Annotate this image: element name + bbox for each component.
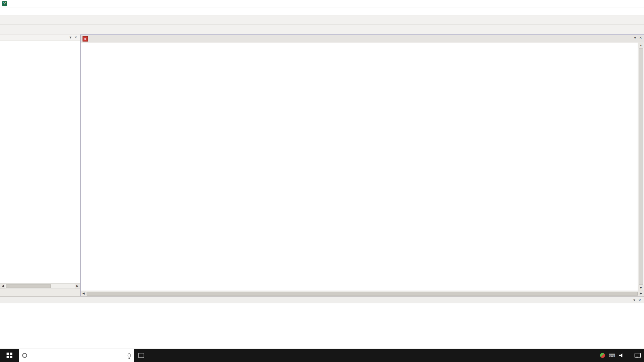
editor-tab-bar: x ▼ ✕	[81, 35, 644, 43]
close-icon[interactable]: ✕	[637, 298, 642, 302]
project-tree	[0, 41, 80, 283]
pin-icon[interactable]: ▼	[632, 298, 637, 302]
volume-icon[interactable]	[619, 353, 623, 357]
scroll-thumb[interactable]	[6, 284, 51, 288]
menu-bar	[0, 7, 644, 15]
build-output-panel: ▼ ✕	[0, 296, 644, 349]
scroll-down-icon[interactable]: ▼	[638, 285, 644, 291]
maximize-button[interactable]	[613, 0, 629, 7]
pin-icon[interactable]: ▼	[68, 36, 73, 40]
minimize-button[interactable]	[597, 0, 613, 7]
windows-logo-icon	[7, 353, 12, 358]
microphone-icon[interactable]	[128, 353, 131, 357]
search-icon	[22, 353, 27, 358]
toolbar-build	[0, 24, 644, 34]
tab-list-dropdown-icon[interactable]: ▼	[634, 36, 637, 40]
title-bar: V	[0, 0, 644, 7]
scroll-right-icon[interactable]: ▶	[75, 284, 80, 289]
close-icon[interactable]: ✕	[73, 36, 78, 40]
close-button[interactable]	[628, 0, 644, 7]
scroll-thumb[interactable]	[639, 48, 643, 285]
search-input[interactable]	[19, 349, 134, 362]
code-editor[interactable]: ▲ ▼	[81, 43, 644, 291]
task-view-button[interactable]	[134, 349, 149, 362]
scroll-thumb[interactable]	[87, 292, 638, 295]
task-view-icon	[139, 353, 144, 358]
uvision-logo-icon: V	[2, 1, 7, 6]
taskbar: ⌨	[0, 349, 644, 362]
editor-hscrollbar[interactable]: ◀ ▶	[81, 291, 644, 296]
build-output-content[interactable]	[0, 303, 644, 349]
action-center-icon[interactable]	[635, 353, 641, 358]
scroll-left-icon[interactable]: ◀	[0, 284, 5, 289]
scroll-left-icon[interactable]: ◀	[81, 291, 86, 296]
close-document-icon[interactable]: ✕	[639, 36, 642, 40]
start-button[interactable]	[0, 349, 19, 362]
toolbar-main	[0, 15, 644, 24]
panel-tabs	[0, 289, 80, 296]
editor-vscrollbar[interactable]: ▲ ▼	[638, 43, 644, 291]
keyboard-icon[interactable]: ⌨	[609, 353, 615, 358]
scroll-up-icon[interactable]: ▲	[638, 43, 644, 48]
editor-close-icon[interactable]: x	[83, 36, 88, 42]
editor-area: x ▼ ✕ ▲ ▼ ◀ ▶	[80, 35, 644, 296]
tray-app-icon[interactable]	[600, 353, 605, 358]
project-panel: ▼ ✕ ◀ ▶	[0, 35, 80, 296]
scroll-right-icon[interactable]: ▶	[638, 291, 644, 296]
project-hscrollbar[interactable]: ◀ ▶	[0, 283, 80, 289]
